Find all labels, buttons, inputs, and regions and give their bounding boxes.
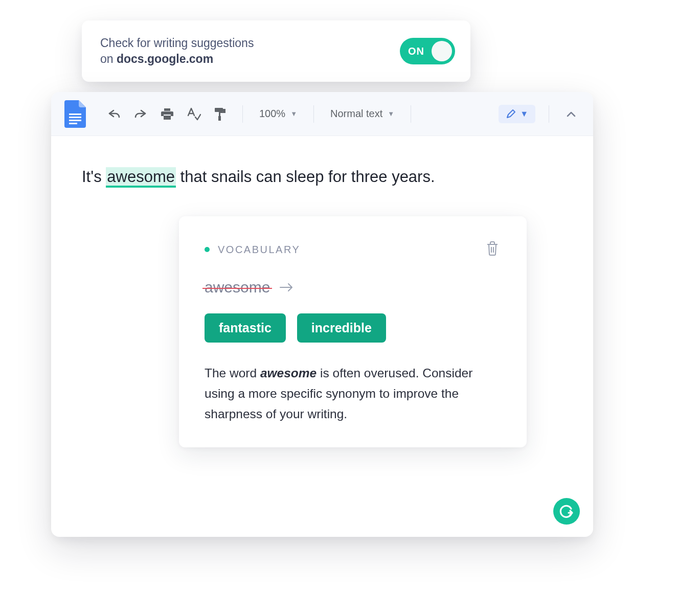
zoom-dropdown[interactable]: 100% ▼ [256, 108, 300, 120]
pencil-icon [506, 109, 516, 119]
paint-format-button[interactable] [212, 105, 229, 123]
suggestions-toggle[interactable]: ON [400, 38, 455, 64]
paragraph-style-dropdown[interactable]: Normal text ▼ [327, 108, 397, 120]
suggestion-card: VOCABULARY awesome [179, 216, 527, 447]
svg-rect-7 [218, 116, 221, 121]
zoom-value: 100% [259, 108, 285, 120]
chevron-down-icon: ▼ [520, 109, 528, 119]
sentence-prefix: It's [82, 168, 106, 186]
extension-settings-panel: Check for writing suggestions on docs.go… [82, 20, 470, 82]
chevron-down-icon: ▼ [290, 110, 297, 118]
settings-prefix: on [100, 52, 117, 65]
sentence-suffix: that snails can sleep for three years. [176, 168, 435, 186]
suggestion-chip-incredible[interactable]: incredible [297, 313, 386, 343]
style-value: Normal text [330, 108, 382, 120]
settings-line1: Check for writing suggestions [100, 36, 254, 50]
toggle-knob [432, 41, 452, 61]
dismiss-suggestion-button[interactable] [484, 239, 501, 260]
svg-rect-0 [69, 114, 81, 115]
category-label: VOCABULARY [218, 244, 300, 256]
trash-icon [486, 241, 499, 256]
google-docs-icon [64, 100, 86, 128]
toolbar-divider [411, 105, 411, 123]
original-word-row: awesome [205, 279, 501, 296]
original-word-struck: awesome [205, 279, 270, 296]
chevron-down-icon: ▼ [388, 110, 394, 118]
toolbar-divider [242, 105, 243, 123]
settings-description: Check for writing suggestions on docs.go… [100, 35, 254, 67]
editing-mode-button[interactable]: ▼ [499, 105, 535, 123]
redo-button[interactable] [132, 105, 149, 123]
grammarly-badge-button[interactable] [553, 498, 580, 525]
suggestion-explanation: The word awesome is often overused. Cons… [205, 363, 501, 424]
explanation-pre: The word [205, 366, 260, 380]
svg-rect-6 [215, 108, 223, 112]
document-body[interactable]: It's awesome that snails can sleep for t… [51, 136, 593, 447]
spellcheck-button[interactable] [185, 105, 202, 123]
settings-domain: docs.google.com [117, 52, 213, 65]
suggestion-category: VOCABULARY [205, 244, 300, 256]
replacement-suggestions: fantastic incredible [205, 313, 501, 343]
svg-rect-5 [164, 116, 171, 120]
suggestion-chip-fantastic[interactable]: fantastic [205, 313, 286, 343]
undo-button[interactable] [105, 105, 123, 123]
toolbar-divider [313, 105, 314, 123]
grammarly-g-icon [559, 504, 574, 519]
highlighted-word[interactable]: awesome [106, 167, 176, 188]
svg-rect-3 [69, 123, 77, 124]
docs-editor-window: 100% ▼ Normal text ▼ ▼ [51, 92, 593, 537]
chevron-up-icon [567, 111, 576, 117]
svg-rect-2 [69, 120, 81, 121]
category-dot-icon [205, 247, 210, 252]
docs-toolbar: 100% ▼ Normal text ▼ ▼ [51, 92, 593, 136]
document-sentence: It's awesome that snails can sleep for t… [82, 166, 562, 188]
toolbar-divider [549, 105, 549, 123]
svg-rect-1 [69, 117, 81, 118]
print-button[interactable] [159, 105, 176, 123]
toggle-label: ON [408, 46, 424, 57]
collapse-toolbar-button[interactable] [562, 105, 580, 123]
arrow-right-icon [279, 279, 293, 296]
svg-rect-4 [164, 108, 170, 111]
explanation-bold-word: awesome [260, 366, 317, 380]
